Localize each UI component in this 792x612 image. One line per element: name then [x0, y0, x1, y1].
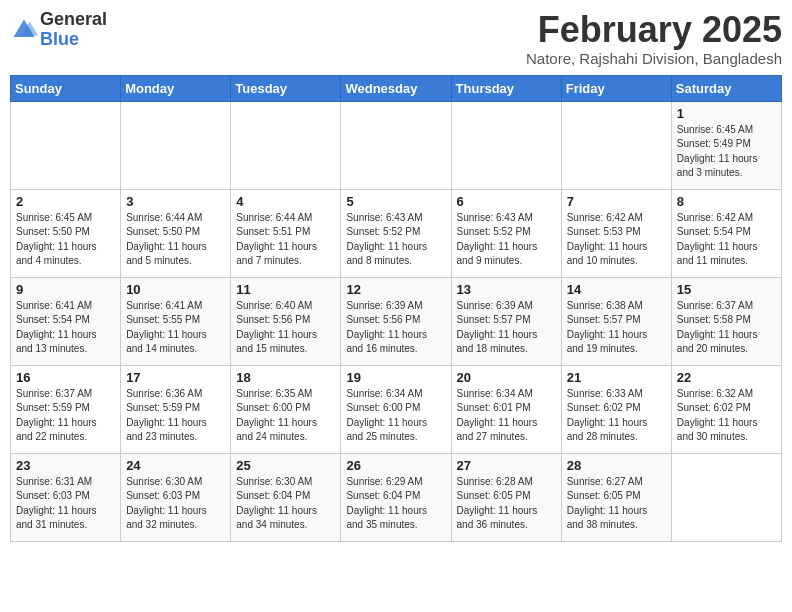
calendar-cell: 15Sunrise: 6:37 AM Sunset: 5:58 PM Dayli…: [671, 277, 781, 365]
calendar-cell: [341, 101, 451, 189]
day-number: 10: [126, 282, 225, 297]
calendar-cell: 11Sunrise: 6:40 AM Sunset: 5:56 PM Dayli…: [231, 277, 341, 365]
day-number: 26: [346, 458, 445, 473]
day-info: Sunrise: 6:34 AM Sunset: 6:00 PM Dayligh…: [346, 387, 445, 445]
calendar-cell: 13Sunrise: 6:39 AM Sunset: 5:57 PM Dayli…: [451, 277, 561, 365]
day-info: Sunrise: 6:34 AM Sunset: 6:01 PM Dayligh…: [457, 387, 556, 445]
calendar-cell: 28Sunrise: 6:27 AM Sunset: 6:05 PM Dayli…: [561, 453, 671, 541]
day-number: 28: [567, 458, 666, 473]
calendar-cell: 20Sunrise: 6:34 AM Sunset: 6:01 PM Dayli…: [451, 365, 561, 453]
weekday-header: Monday: [121, 75, 231, 101]
title-block: February 2025 Natore, Rajshahi Division,…: [526, 10, 782, 67]
day-number: 19: [346, 370, 445, 385]
logo: General Blue: [10, 10, 107, 50]
logo-general: General: [40, 10, 107, 30]
weekday-header: Thursday: [451, 75, 561, 101]
calendar-cell: 17Sunrise: 6:36 AM Sunset: 5:59 PM Dayli…: [121, 365, 231, 453]
day-info: Sunrise: 6:31 AM Sunset: 6:03 PM Dayligh…: [16, 475, 115, 533]
day-number: 4: [236, 194, 335, 209]
calendar-cell: 26Sunrise: 6:29 AM Sunset: 6:04 PM Dayli…: [341, 453, 451, 541]
calendar-cell: 18Sunrise: 6:35 AM Sunset: 6:00 PM Dayli…: [231, 365, 341, 453]
day-number: 8: [677, 194, 776, 209]
day-info: Sunrise: 6:33 AM Sunset: 6:02 PM Dayligh…: [567, 387, 666, 445]
day-info: Sunrise: 6:39 AM Sunset: 5:57 PM Dayligh…: [457, 299, 556, 357]
day-info: Sunrise: 6:38 AM Sunset: 5:57 PM Dayligh…: [567, 299, 666, 357]
calendar-cell: [671, 453, 781, 541]
day-number: 24: [126, 458, 225, 473]
calendar-cell: 24Sunrise: 6:30 AM Sunset: 6:03 PM Dayli…: [121, 453, 231, 541]
day-number: 25: [236, 458, 335, 473]
day-info: Sunrise: 6:29 AM Sunset: 6:04 PM Dayligh…: [346, 475, 445, 533]
calendar-cell: [231, 101, 341, 189]
day-info: Sunrise: 6:45 AM Sunset: 5:50 PM Dayligh…: [16, 211, 115, 269]
day-info: Sunrise: 6:42 AM Sunset: 5:53 PM Dayligh…: [567, 211, 666, 269]
location-title: Natore, Rajshahi Division, Bangladesh: [526, 50, 782, 67]
calendar-cell: 23Sunrise: 6:31 AM Sunset: 6:03 PM Dayli…: [11, 453, 121, 541]
weekday-header: Wednesday: [341, 75, 451, 101]
day-number: 3: [126, 194, 225, 209]
day-info: Sunrise: 6:30 AM Sunset: 6:03 PM Dayligh…: [126, 475, 225, 533]
calendar-cell: 10Sunrise: 6:41 AM Sunset: 5:55 PM Dayli…: [121, 277, 231, 365]
logo-icon: [10, 16, 38, 44]
day-number: 13: [457, 282, 556, 297]
day-info: Sunrise: 6:37 AM Sunset: 5:58 PM Dayligh…: [677, 299, 776, 357]
weekday-header: Sunday: [11, 75, 121, 101]
day-info: Sunrise: 6:40 AM Sunset: 5:56 PM Dayligh…: [236, 299, 335, 357]
calendar-cell: 21Sunrise: 6:33 AM Sunset: 6:02 PM Dayli…: [561, 365, 671, 453]
day-info: Sunrise: 6:39 AM Sunset: 5:56 PM Dayligh…: [346, 299, 445, 357]
day-info: Sunrise: 6:44 AM Sunset: 5:50 PM Dayligh…: [126, 211, 225, 269]
calendar-cell: 7Sunrise: 6:42 AM Sunset: 5:53 PM Daylig…: [561, 189, 671, 277]
calendar-cell: [121, 101, 231, 189]
day-info: Sunrise: 6:30 AM Sunset: 6:04 PM Dayligh…: [236, 475, 335, 533]
day-number: 11: [236, 282, 335, 297]
day-number: 6: [457, 194, 556, 209]
day-info: Sunrise: 6:37 AM Sunset: 5:59 PM Dayligh…: [16, 387, 115, 445]
day-number: 17: [126, 370, 225, 385]
logo-blue: Blue: [40, 30, 107, 50]
day-number: 18: [236, 370, 335, 385]
calendar-cell: [451, 101, 561, 189]
day-info: Sunrise: 6:43 AM Sunset: 5:52 PM Dayligh…: [457, 211, 556, 269]
page-header: General Blue February 2025 Natore, Rajsh…: [10, 10, 782, 67]
calendar-cell: 6Sunrise: 6:43 AM Sunset: 5:52 PM Daylig…: [451, 189, 561, 277]
day-number: 22: [677, 370, 776, 385]
calendar-cell: 16Sunrise: 6:37 AM Sunset: 5:59 PM Dayli…: [11, 365, 121, 453]
month-title: February 2025: [526, 10, 782, 50]
day-number: 12: [346, 282, 445, 297]
day-info: Sunrise: 6:32 AM Sunset: 6:02 PM Dayligh…: [677, 387, 776, 445]
day-info: Sunrise: 6:35 AM Sunset: 6:00 PM Dayligh…: [236, 387, 335, 445]
day-info: Sunrise: 6:27 AM Sunset: 6:05 PM Dayligh…: [567, 475, 666, 533]
calendar-cell: 4Sunrise: 6:44 AM Sunset: 5:51 PM Daylig…: [231, 189, 341, 277]
day-number: 14: [567, 282, 666, 297]
day-info: Sunrise: 6:43 AM Sunset: 5:52 PM Dayligh…: [346, 211, 445, 269]
day-number: 27: [457, 458, 556, 473]
day-info: Sunrise: 6:44 AM Sunset: 5:51 PM Dayligh…: [236, 211, 335, 269]
day-info: Sunrise: 6:41 AM Sunset: 5:54 PM Dayligh…: [16, 299, 115, 357]
day-number: 9: [16, 282, 115, 297]
day-number: 5: [346, 194, 445, 209]
calendar-cell: 22Sunrise: 6:32 AM Sunset: 6:02 PM Dayli…: [671, 365, 781, 453]
calendar-week-row: 16Sunrise: 6:37 AM Sunset: 5:59 PM Dayli…: [11, 365, 782, 453]
calendar-cell: [11, 101, 121, 189]
day-number: 20: [457, 370, 556, 385]
day-number: 16: [16, 370, 115, 385]
day-info: Sunrise: 6:36 AM Sunset: 5:59 PM Dayligh…: [126, 387, 225, 445]
day-info: Sunrise: 6:41 AM Sunset: 5:55 PM Dayligh…: [126, 299, 225, 357]
calendar-cell: 5Sunrise: 6:43 AM Sunset: 5:52 PM Daylig…: [341, 189, 451, 277]
day-info: Sunrise: 6:28 AM Sunset: 6:05 PM Dayligh…: [457, 475, 556, 533]
weekday-header: Friday: [561, 75, 671, 101]
calendar-cell: 12Sunrise: 6:39 AM Sunset: 5:56 PM Dayli…: [341, 277, 451, 365]
calendar-cell: 19Sunrise: 6:34 AM Sunset: 6:00 PM Dayli…: [341, 365, 451, 453]
day-info: Sunrise: 6:45 AM Sunset: 5:49 PM Dayligh…: [677, 123, 776, 181]
weekday-header: Tuesday: [231, 75, 341, 101]
calendar-cell: [561, 101, 671, 189]
day-number: 2: [16, 194, 115, 209]
calendar-week-row: 23Sunrise: 6:31 AM Sunset: 6:03 PM Dayli…: [11, 453, 782, 541]
calendar-cell: 14Sunrise: 6:38 AM Sunset: 5:57 PM Dayli…: [561, 277, 671, 365]
day-info: Sunrise: 6:42 AM Sunset: 5:54 PM Dayligh…: [677, 211, 776, 269]
calendar-week-row: 9Sunrise: 6:41 AM Sunset: 5:54 PM Daylig…: [11, 277, 782, 365]
weekday-header: Saturday: [671, 75, 781, 101]
weekday-header-row: SundayMondayTuesdayWednesdayThursdayFrid…: [11, 75, 782, 101]
calendar-week-row: 2Sunrise: 6:45 AM Sunset: 5:50 PM Daylig…: [11, 189, 782, 277]
calendar-cell: 2Sunrise: 6:45 AM Sunset: 5:50 PM Daylig…: [11, 189, 121, 277]
